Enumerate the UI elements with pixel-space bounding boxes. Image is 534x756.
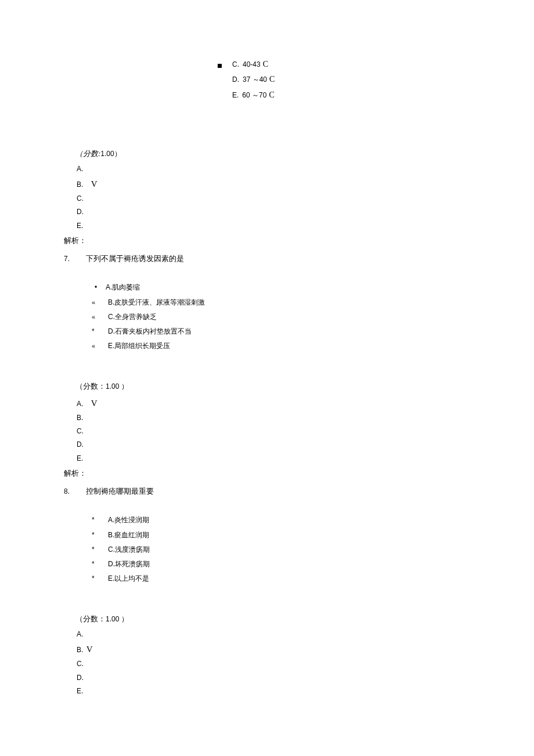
q7-stem: 7. 下列不属于褥疮诱发因素的是	[64, 253, 470, 265]
answer-d: D.	[77, 207, 470, 218]
answer-e: E.	[77, 220, 470, 231]
check-mark-icon: V	[86, 645, 93, 654]
option-label: E.	[108, 573, 114, 584]
option-label: B.	[108, 530, 114, 541]
answer-d: D.	[77, 439, 470, 450]
answer-b: B.	[77, 413, 470, 424]
option-text: 60 ～70	[242, 90, 266, 101]
q7-option-a: • A.肌肉萎缩	[92, 282, 470, 293]
angle-bullet-icon: «	[92, 312, 100, 323]
angle-bullet-icon: «	[92, 341, 100, 352]
q8-score-line: （分数：1.00 ）	[75, 613, 470, 625]
q7-option-c: « C.全身营养缺乏	[92, 312, 470, 323]
check-mark-icon: V	[91, 399, 98, 408]
option-text: 皮肤受汗液、尿液等潮湿刺激	[114, 297, 205, 308]
angle-bullet-icon: «	[92, 298, 100, 308]
star-bullet-icon: *	[92, 326, 100, 337]
check-mark-icon: V	[91, 179, 98, 189]
unit-c: C	[263, 58, 268, 71]
answer-b-letter: B.	[77, 646, 83, 654]
option-label: D.	[108, 559, 115, 570]
score-label: （分数：	[75, 382, 106, 390]
star-bullet-icon: *	[92, 559, 100, 570]
q6-option-d: D. 37 ～40 C	[218, 73, 470, 86]
answer-b: B. V	[77, 642, 470, 656]
option-label: C.	[108, 544, 115, 555]
q7-score-line: （分数：1.00 ）	[75, 381, 470, 393]
option-text: 40-43	[243, 59, 261, 70]
star-bullet-icon: *	[92, 530, 100, 541]
option-text: 炎性浸润期	[114, 515, 149, 526]
option-label: C.	[108, 312, 115, 323]
option-label: E.	[108, 341, 114, 352]
q8-option-c: * C.浅度溃疡期	[92, 544, 470, 555]
option-text: 局部组织长期受压	[114, 341, 170, 352]
option-text: 坏死溃疡期	[115, 559, 150, 570]
option-text: 肌肉萎缩	[112, 282, 140, 293]
option-text: 石膏夹板内衬垫放置不当	[115, 326, 192, 337]
q6-options-tail: C. 40-43 C D. 37 ～40 C E. 60 ～70 C	[218, 58, 470, 102]
answer-d: D.	[77, 672, 470, 683]
answer-c: C.	[77, 193, 470, 204]
star-bullet-icon: *	[92, 573, 100, 584]
answer-a-letter: A.	[77, 400, 83, 408]
answer-a: A.	[77, 629, 470, 640]
dot-bullet-icon: •	[92, 282, 100, 293]
q6-score-line: （分数:1.00）	[75, 148, 470, 160]
q7-option-d: * D.石膏夹板内衬垫放置不当	[92, 326, 470, 337]
option-label: B.	[108, 297, 114, 308]
answer-b: B. V	[77, 177, 470, 191]
unit-c: C	[269, 73, 275, 86]
option-text: 瘀血红润期	[114, 530, 149, 541]
option-letter: E.	[232, 90, 239, 101]
score-label: （分数：	[75, 614, 106, 623]
q8-option-a: * A.炎性浸润期	[92, 515, 470, 526]
question-text: 下列不属于褥疮诱发因素的是	[86, 254, 184, 263]
answer-b-letter: B.	[77, 180, 83, 189]
star-bullet-icon: *	[92, 544, 100, 555]
option-text: 浅度溃疡期	[115, 544, 150, 555]
question-number: 7.	[64, 254, 84, 265]
answer-a: A. V	[77, 396, 470, 410]
q8-stem: 8. 控制褥疮哪期最重要	[64, 486, 470, 498]
answer-e: E.	[77, 686, 470, 697]
q8-option-d: * D.坏死溃疡期	[92, 559, 470, 570]
q7-options: • A.肌肉萎缩 « B.皮肤受汗液、尿液等潮湿刺激 « C.全身营养缺乏 * …	[92, 282, 470, 352]
question-number: 8.	[64, 486, 84, 497]
star-bullet-icon: *	[92, 515, 100, 526]
q6-option-c: C. 40-43 C	[218, 58, 470, 71]
q7-option-b: « B.皮肤受汗液、尿液等潮湿刺激	[92, 297, 470, 308]
q8-options: * A.炎性浸润期 * B.瘀血红润期 * C.浅度溃疡期 * D.坏死溃疡期 …	[92, 515, 470, 584]
question-text: 控制褥疮哪期最重要	[86, 487, 154, 495]
q6-explanation: 解析：	[64, 235, 470, 247]
answer-e: E.	[77, 453, 470, 464]
score-value: 1.00 ）	[106, 382, 128, 390]
option-label: A.	[106, 282, 112, 293]
q6-answer-list: A. B. V C. D. E.	[77, 164, 470, 231]
answer-a: A.	[77, 164, 470, 175]
q7-option-e: « E.局部组织长期受压	[92, 341, 470, 352]
q8-option-e: * E.以上均不是	[92, 573, 470, 584]
score-label: （分数:	[75, 149, 100, 158]
q6-option-e: E. 60 ～70 C	[218, 89, 470, 102]
option-letter: D.	[232, 74, 239, 85]
q7-explanation: 解析：	[64, 468, 470, 480]
score-value: 1.00）	[100, 150, 121, 158]
q7-answer-list: A. V B. C. D. E.	[77, 396, 470, 464]
answer-c: C.	[77, 659, 470, 670]
option-text: 以上均不是	[114, 573, 149, 584]
q8-answer-list: A. B. V C. D. E.	[77, 629, 470, 697]
document-page: C. 40-43 C D. 37 ～40 C E. 60 ～70 C （分数:1…	[0, 0, 534, 734]
option-text: 全身营养缺乏	[115, 312, 157, 323]
option-label: D.	[108, 326, 115, 337]
option-label: A.	[108, 515, 114, 526]
score-value: 1.00 ）	[106, 615, 128, 623]
option-letter: C.	[232, 59, 239, 70]
square-bullet-icon	[218, 64, 222, 68]
answer-c: C.	[77, 426, 470, 437]
unit-c: C	[269, 89, 274, 102]
q8-option-b: * B.瘀血红润期	[92, 530, 470, 541]
option-text: 37 ～40	[243, 74, 267, 85]
